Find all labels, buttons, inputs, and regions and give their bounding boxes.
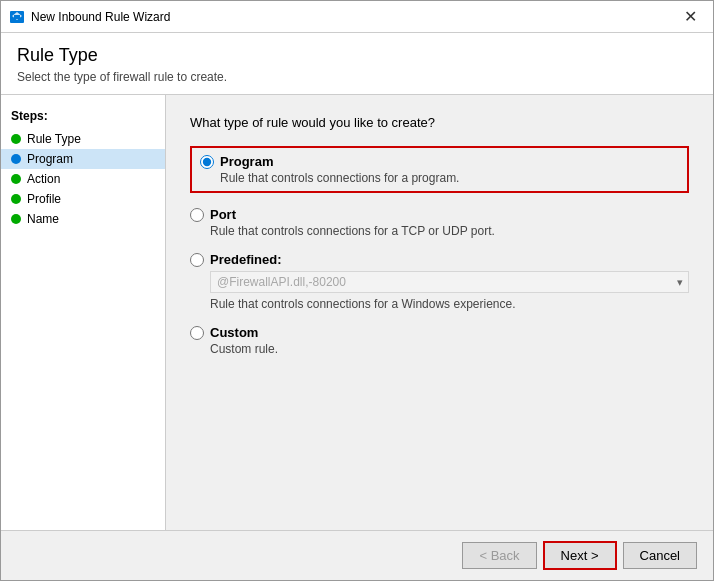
option-port-container: Port Rule that controls connections for … (190, 207, 689, 238)
dot-icon-name (11, 214, 21, 224)
title-bar: New Inbound Rule Wizard ✕ (1, 1, 713, 33)
window-title: New Inbound Rule Wizard (31, 10, 667, 24)
page-title: Rule Type (17, 45, 697, 66)
sidebar-item-action[interactable]: Action (1, 169, 165, 189)
back-button[interactable]: < Back (462, 542, 536, 569)
sidebar-label-program: Program (27, 152, 73, 166)
radio-port[interactable] (190, 208, 204, 222)
next-button[interactable]: Next > (543, 541, 617, 570)
sidebar-item-profile[interactable]: Profile (1, 189, 165, 209)
option-program-row: Program (200, 154, 679, 169)
option-port-label: Port (210, 207, 236, 222)
option-custom-row: Custom (190, 325, 689, 340)
close-button[interactable]: ✕ (667, 1, 713, 33)
option-predefined-label: Predefined: (210, 252, 282, 267)
sidebar-label-action: Action (27, 172, 60, 186)
sidebar-label-name: Name (27, 212, 59, 226)
dot-icon-profile (11, 194, 21, 204)
sidebar-item-rule-type[interactable]: Rule Type (1, 129, 165, 149)
radio-program[interactable] (200, 155, 214, 169)
option-custom-container: Custom Custom rule. (190, 325, 689, 356)
main-panel: What type of rule would you like to crea… (166, 95, 713, 530)
predefined-select-wrapper: @FirewallAPI.dll,-80200 (210, 271, 689, 293)
page-subtitle: Select the type of firewall rule to crea… (17, 70, 697, 84)
window: New Inbound Rule Wizard ✕ Rule Type Sele… (0, 0, 714, 581)
radio-group: Program Rule that controls connections f… (190, 146, 689, 370)
option-predefined-desc: Rule that controls connections for a Win… (190, 297, 689, 311)
sidebar-title: Steps: (1, 105, 165, 129)
option-program-label: Program (220, 154, 273, 169)
predefined-dropdown-wrapper: @FirewallAPI.dll,-80200 (190, 271, 689, 293)
content-area: Steps: Rule Type Program Action Profile … (1, 95, 713, 530)
app-icon (9, 9, 25, 25)
option-program-desc: Rule that controls connections for a pro… (200, 171, 679, 185)
sidebar-item-program[interactable]: Program (1, 149, 165, 169)
dot-icon-action (11, 174, 21, 184)
option-port-desc: Rule that controls connections for a TCP… (190, 224, 689, 238)
predefined-select[interactable]: @FirewallAPI.dll,-80200 (210, 271, 689, 293)
footer: < Back Next > Cancel (1, 530, 713, 580)
radio-predefined[interactable] (190, 253, 204, 267)
dot-icon-rule-type (11, 134, 21, 144)
option-program-container: Program Rule that controls connections f… (190, 146, 689, 193)
option-predefined-container: Predefined: @FirewallAPI.dll,-80200 Rule… (190, 252, 689, 311)
sidebar-label-rule-type: Rule Type (27, 132, 81, 146)
option-custom-label: Custom (210, 325, 258, 340)
header: Rule Type Select the type of firewall ru… (1, 33, 713, 95)
option-port-row: Port (190, 207, 689, 222)
sidebar-label-profile: Profile (27, 192, 61, 206)
svg-rect-1 (14, 15, 20, 19)
option-predefined-row: Predefined: (190, 252, 689, 267)
sidebar: Steps: Rule Type Program Action Profile … (1, 95, 166, 530)
radio-custom[interactable] (190, 326, 204, 340)
dot-icon-program (11, 154, 21, 164)
option-custom-desc: Custom rule. (190, 342, 689, 356)
main-question: What type of rule would you like to crea… (190, 115, 689, 130)
cancel-button[interactable]: Cancel (623, 542, 697, 569)
sidebar-item-name[interactable]: Name (1, 209, 165, 229)
